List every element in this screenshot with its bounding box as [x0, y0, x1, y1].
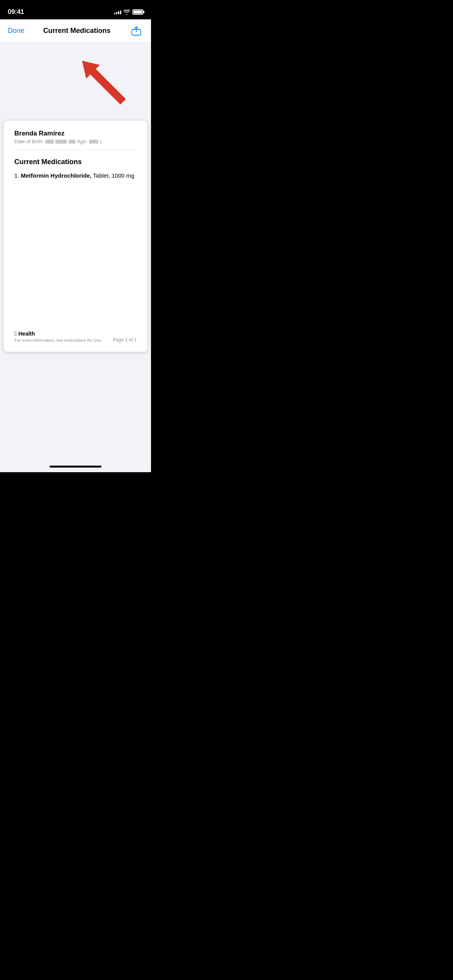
patient-info-section: Brenda Ramírez Date of Birth: Age: )	[14, 130, 137, 144]
document-card: Brenda Ramírez Date of Birth: Age: ) Cur…	[3, 120, 148, 352]
document-footer:  Health For more information, see Instr…	[14, 315, 137, 343]
dob-redacted-1	[45, 140, 54, 144]
nav-title: Current Medications	[24, 27, 129, 35]
medication-name: Metformin Hydrochloride,	[21, 172, 92, 179]
dob-redacted-2	[55, 140, 67, 144]
arrow-annotation	[0, 43, 151, 120]
red-arrow-icon	[76, 46, 130, 116]
signal-bars-icon	[114, 10, 121, 14]
done-button[interactable]: Done	[8, 27, 24, 35]
medications-section: Current Medications 1. Metformin Hydroch…	[14, 158, 137, 180]
footer-instructions: For more information, see Instructions f…	[14, 338, 102, 343]
status-icons	[114, 9, 143, 15]
status-bar: 09:41	[0, 0, 151, 19]
status-time: 09:41	[8, 8, 24, 16]
dob-redacted-3	[69, 140, 76, 144]
age-label: Age:	[77, 139, 88, 144]
apple-logo-icon: 	[14, 330, 16, 337]
share-button[interactable]	[129, 24, 143, 38]
navigation-bar: Done Current Medications	[0, 19, 151, 43]
footer-health:  Health	[14, 330, 102, 337]
dob-label: Date of Birth:	[14, 139, 44, 144]
wifi-icon	[124, 10, 130, 15]
bottom-area	[0, 364, 151, 472]
patient-name: Brenda Ramírez	[14, 130, 137, 137]
medication-number: 1.	[14, 172, 21, 179]
footer-left:  Health For more information, see Instr…	[14, 330, 102, 343]
health-label: Health	[18, 331, 35, 337]
footer-page: Page 1 of 1	[113, 337, 137, 343]
section-title: Current Medications	[14, 158, 137, 166]
age-redacted	[89, 140, 98, 144]
document-wrapper: Brenda Ramírez Date of Birth: Age: ) Cur…	[0, 120, 151, 364]
medication-item: 1. Metformin Hydrochloride, Tablet, 1000…	[14, 171, 137, 180]
home-indicator	[50, 466, 101, 468]
share-icon	[131, 26, 141, 36]
battery-icon	[132, 9, 143, 15]
patient-divider	[14, 150, 137, 150]
svg-marker-1	[76, 54, 130, 108]
patient-dob: Date of Birth: Age: )	[14, 139, 137, 144]
medication-details: Tablet, 1000 mg	[91, 172, 134, 179]
